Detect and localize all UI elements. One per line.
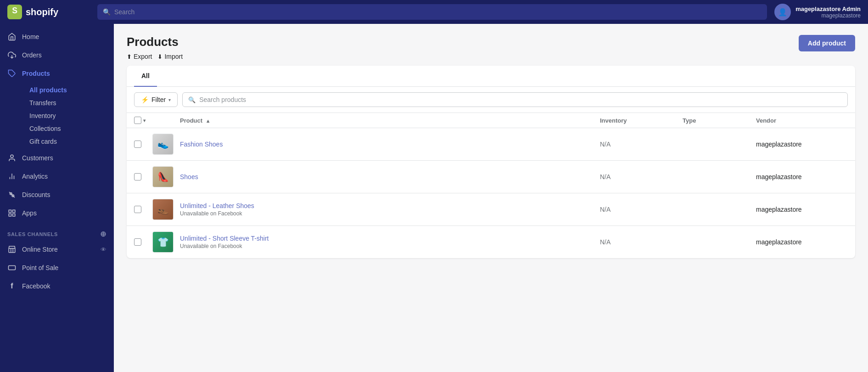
svg-rect-17 — [9, 266, 16, 270]
sidebar-sub-inventory[interactable]: Inventory — [22, 109, 114, 122]
tabs-bar: All — [127, 66, 855, 87]
svg-point-4 — [11, 155, 13, 158]
products-card: All ⚡ Filter ▾ 🔍 ▾ — [127, 66, 855, 258]
point-of-sale-icon — [7, 263, 17, 272]
sidebar-item-analytics[interactable]: Analytics — [0, 167, 114, 186]
select-all-checkbox[interactable] — [134, 117, 141, 124]
discounts-icon — [7, 190, 17, 199]
shopify-logo-icon: S — [7, 5, 22, 19]
product-name[interactable]: Shoes — [180, 173, 600, 180]
sidebar-sub-transfers[interactable]: Transfers — [22, 96, 114, 109]
sort-icon: ▲ — [206, 118, 211, 124]
row-checkbox-area[interactable] — [134, 238, 152, 246]
home-icon — [7, 32, 17, 41]
customers-icon — [7, 153, 17, 163]
col-type: Type — [683, 117, 756, 124]
global-search[interactable]: 🔍 — [97, 4, 767, 20]
avatar[interactable]: 👤 — [774, 4, 791, 20]
product-subtitle: Unavailable on Facebook — [180, 210, 600, 217]
import-button[interactable]: ⬇ Import — [157, 53, 183, 60]
sidebar-item-online-store[interactable]: Online Store 👁 — [0, 240, 114, 259]
sidebar-item-label: Facebook — [22, 282, 50, 290]
online-store-icon — [7, 245, 17, 254]
table-row[interactable]: 👞 Unlimited - Leather Shoes Unavailable … — [127, 193, 855, 226]
filter-button[interactable]: ⚡ Filter ▾ — [134, 92, 178, 107]
add-sales-channel-icon[interactable]: ⊕ — [100, 230, 106, 238]
logo-text: shopify — [26, 7, 58, 17]
product-search[interactable]: 🔍 — [182, 92, 848, 107]
product-info: Fashion Shoes — [180, 141, 600, 148]
row-checkbox-area[interactable] — [134, 206, 152, 213]
svg-rect-12 — [13, 210, 15, 212]
sidebar-sub-collections[interactable]: Collections — [22, 122, 114, 135]
export-icon: ⬆ — [127, 53, 132, 60]
product-thumbnail: 👟 — [152, 134, 174, 155]
table-row[interactable]: 👠 Shoes N/A mageplazastore — [127, 161, 855, 193]
product-name[interactable]: Unlimited - Leather Shoes — [180, 202, 600, 209]
table-header: ▾ Product ▲ Inventory Type Vendor — [127, 113, 855, 128]
user-area[interactable]: 👤 mageplazastore Admin mageplazastore — [774, 4, 861, 20]
product-inventory: N/A — [600, 206, 683, 213]
user-store: mageplazastore — [795, 12, 861, 19]
page-title-area: Products ⬆ Export ⬇ Import — [127, 35, 183, 60]
svg-rect-11 — [9, 210, 11, 212]
product-vendor: mageplazastore — [756, 238, 848, 246]
facebook-icon: f — [7, 282, 17, 291]
svg-text:S: S — [12, 6, 17, 15]
sidebar-item-label: Analytics — [22, 173, 48, 180]
checkbox-dropdown-icon[interactable]: ▾ — [143, 118, 146, 123]
product-name[interactable]: Fashion Shoes — [180, 141, 600, 148]
sidebar-item-label: Customers — [22, 154, 53, 162]
user-name: mageplazastore Admin — [795, 6, 861, 12]
logo[interactable]: S shopify — [7, 5, 90, 19]
product-info: Shoes — [180, 173, 600, 180]
row-checkbox[interactable] — [134, 173, 141, 180]
page-actions: ⬆ Export ⬇ Import — [127, 53, 183, 60]
export-button[interactable]: ⬆ Export — [127, 53, 152, 60]
sidebar-item-discounts[interactable]: Discounts — [0, 186, 114, 204]
product-inventory: N/A — [600, 238, 683, 246]
sidebar-item-apps[interactable]: Apps — [0, 204, 114, 222]
filter-row: ⚡ Filter ▾ 🔍 — [127, 87, 855, 113]
table-row[interactable]: 👕 Unlimited - Short Sleeve T-shirt Unava… — [127, 226, 855, 258]
add-product-button[interactable]: Add product — [799, 35, 855, 51]
row-checkbox-area[interactable] — [134, 173, 152, 180]
import-icon: ⬇ — [157, 53, 162, 60]
col-inventory: Inventory — [600, 117, 683, 124]
col-product[interactable]: Product ▲ — [180, 117, 600, 124]
product-thumbnail: 👠 — [152, 166, 174, 187]
sidebar-sub-gift-cards[interactable]: Gift cards — [22, 135, 114, 148]
main-content: Products ⬆ Export ⬇ Import Add product A… — [114, 24, 868, 372]
page-title: Products — [127, 35, 183, 49]
search-input[interactable] — [114, 8, 762, 16]
sidebar-item-home[interactable]: Home — [0, 28, 114, 46]
sidebar-item-facebook[interactable]: f Facebook — [0, 277, 114, 295]
products-icon — [7, 69, 17, 78]
sidebar-item-label: Point of Sale — [22, 264, 58, 271]
sidebar-item-point-of-sale[interactable]: Point of Sale — [0, 259, 114, 277]
product-subtitle: Unavailable on Facebook — [180, 243, 600, 249]
apps-icon — [7, 209, 17, 218]
product-name[interactable]: Unlimited - Short Sleeve T-shirt — [180, 235, 600, 242]
sidebar-item-customers[interactable]: Customers — [0, 149, 114, 167]
top-nav: S shopify 🔍 👤 mageplazastore Admin magep… — [0, 0, 868, 24]
row-checkbox[interactable] — [134, 206, 141, 213]
user-info: mageplazastore Admin mageplazastore — [795, 6, 861, 19]
sidebar-item-label: Home — [22, 33, 39, 40]
row-checkbox[interactable] — [134, 141, 141, 148]
orders-icon — [7, 51, 17, 60]
row-checkbox-area[interactable] — [134, 141, 152, 148]
header-checkbox-area[interactable]: ▾ — [134, 117, 152, 124]
col-vendor: Vendor — [756, 117, 848, 124]
tab-all[interactable]: All — [134, 66, 157, 87]
sidebar-item-label: Discounts — [22, 191, 50, 198]
eye-icon[interactable]: 👁 — [101, 246, 106, 253]
row-checkbox[interactable] — [134, 238, 141, 246]
svg-rect-14 — [13, 214, 15, 216]
sidebar-item-products[interactable]: Products — [0, 64, 114, 83]
sidebar-sub-all-products[interactable]: All products — [22, 84, 114, 96]
search-products-input[interactable] — [199, 96, 842, 103]
sidebar-item-orders[interactable]: Orders — [0, 46, 114, 64]
table-row[interactable]: 👟 Fashion Shoes N/A mageplazastore — [127, 128, 855, 161]
product-info: Unlimited - Short Sleeve T-shirt Unavail… — [180, 235, 600, 249]
